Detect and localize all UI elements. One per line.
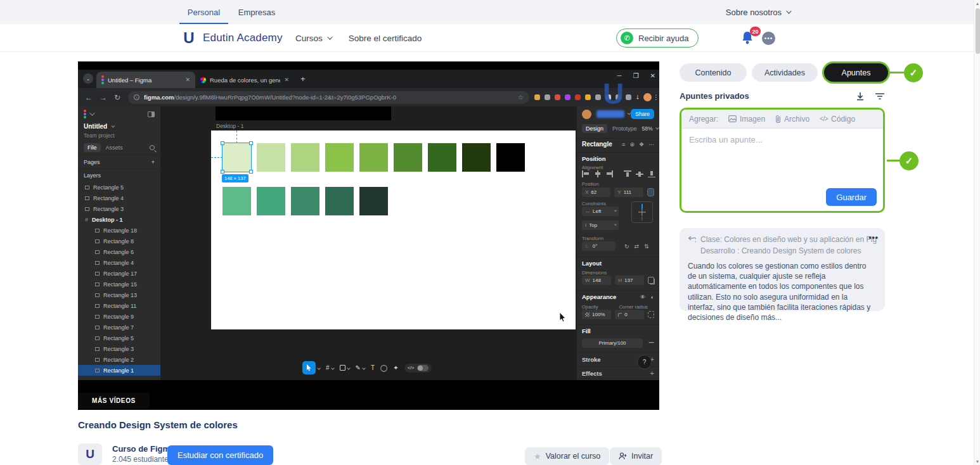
saved-note-card[interactable]: Clase: Colores en diseño web y su aplica… — [680, 228, 885, 311]
pen-tool[interactable]: ✎ — [356, 364, 365, 371]
valorar-curso-button[interactable]: ★Valorar el curso — [525, 447, 609, 465]
rotate-icon[interactable]: ↻ — [624, 243, 629, 250]
x-position-field[interactable]: X62 — [582, 188, 610, 197]
align-center-h-icon[interactable] — [594, 170, 600, 177]
color-swatch[interactable] — [291, 187, 319, 215]
dev-mode-toggle[interactable]: </> — [404, 364, 432, 373]
align-middle-icon[interactable] — [636, 170, 642, 177]
layer-row[interactable]: Rectangle 4 — [78, 193, 160, 203]
add-image-button[interactable]: Imagen — [728, 115, 765, 124]
flip-vertical-icon[interactable]: ⇅ — [644, 243, 649, 250]
vertical-constraint-select[interactable]: ITop — [582, 220, 619, 230]
shape-tool[interactable] — [340, 365, 350, 371]
close-window-button[interactable]: ✕ — [650, 72, 655, 79]
extension-icon[interactable] — [585, 94, 591, 100]
layer-row[interactable]: Rectangle 8 — [78, 236, 160, 246]
color-swatch[interactable] — [257, 187, 285, 215]
color-swatch[interactable] — [359, 187, 388, 215]
tab-design[interactable]: Design — [582, 124, 607, 133]
design-frame[interactable]: 148 × 137 — [211, 131, 576, 329]
layer-row[interactable]: Rectangle 3 — [78, 203, 160, 214]
color-swatch[interactable] — [291, 143, 319, 172]
recibir-ayuda-button[interactable]: ✆ Recibir ayuda — [616, 29, 699, 48]
add-code-button[interactable]: </> Código — [820, 115, 855, 124]
nav-certificado[interactable]: Sobre el certificado — [349, 34, 422, 43]
share-button[interactable]: Share — [631, 109, 654, 119]
extension-icon[interactable] — [605, 94, 611, 100]
extension-icon[interactable] — [534, 94, 540, 100]
layer-row[interactable]: Rectangle 15 — [78, 279, 160, 290]
scrollbar-thumb[interactable] — [976, 8, 980, 54]
text-tool[interactable]: T — [371, 364, 375, 371]
chevron-down-icon[interactable] — [89, 110, 94, 115]
extension-icon[interactable] — [555, 94, 560, 100]
course-name[interactable]: Curso de Figma — [112, 444, 174, 454]
color-swatch[interactable] — [462, 143, 491, 172]
layer-row[interactable]: Rectangle 7 — [78, 322, 160, 333]
invitar-button[interactable]: Invitar — [610, 447, 662, 465]
frame-tool[interactable]: # — [326, 364, 334, 371]
color-swatch[interactable] — [222, 143, 251, 172]
tab-empresas[interactable]: Empresas — [235, 0, 279, 24]
actions-tool[interactable]: ✦ — [393, 364, 398, 371]
browser-menu-icon[interactable]: ⋮ — [653, 94, 659, 101]
color-swatch[interactable] — [394, 143, 422, 172]
address-bar[interactable]: i figma.com/design/y.9flM8lHwuRrPqpg7O0m… — [128, 91, 529, 104]
scroll-up-icon[interactable]: ▲ — [974, 1, 980, 6]
link-dimensions-icon[interactable] — [648, 277, 654, 284]
absolute-position-icon[interactable] — [647, 188, 654, 196]
layer-row[interactable]: Rectangle 2 — [78, 354, 160, 365]
layer-row[interactable]: Rectangle 13 — [78, 290, 160, 300]
note-options-icon[interactable]: ••• — [868, 233, 879, 242]
flip-horizontal-icon[interactable]: ⇄ — [635, 243, 640, 250]
figma-logo-icon[interactable] — [84, 110, 86, 118]
tab-personal[interactable]: Personal — [179, 0, 228, 24]
horizontal-constraint-select[interactable]: ↔Left — [582, 207, 619, 216]
filter-notes-icon[interactable] — [875, 92, 885, 100]
layer-row[interactable]: Rectangle 1 — [78, 365, 160, 376]
color-swatch[interactable] — [325, 187, 354, 215]
add-page-icon[interactable]: + — [152, 159, 155, 165]
close-tab-icon[interactable]: ✕ — [185, 77, 190, 83]
move-tool[interactable] — [302, 361, 316, 374]
note-input[interactable] — [681, 129, 883, 187]
constraints-widget[interactable] — [631, 201, 653, 223]
align-left-icon[interactable] — [582, 170, 588, 177]
extension-icon[interactable] — [545, 94, 550, 100]
back-button[interactable]: ← — [85, 93, 93, 102]
file-name[interactable]: Untitled — [78, 122, 160, 131]
color-swatch[interactable] — [359, 143, 388, 172]
opacity-field[interactable]: 100% — [582, 310, 611, 319]
width-field[interactable]: W148 — [582, 276, 611, 285]
remove-fill-icon[interactable]: − — [648, 337, 654, 348]
frame-label[interactable]: Desktop - 1 — [216, 123, 243, 129]
extension-icon[interactable] — [575, 94, 581, 100]
layer-row[interactable]: Rectangle 9 — [78, 311, 160, 322]
forward-button[interactable]: → — [100, 93, 107, 102]
new-tab-button[interactable]: + — [300, 74, 306, 84]
layer-row[interactable]: Rectangle 3 — [78, 343, 160, 354]
color-swatch[interactable] — [325, 143, 354, 172]
tab-contenido[interactable]: Contenido — [680, 63, 747, 82]
tab-actividades[interactable]: Actividades — [752, 63, 818, 82]
reload-button[interactable]: ↻ — [114, 93, 120, 102]
site-info-icon[interactable]: i — [134, 94, 139, 100]
corner-radius-field[interactable]: 0 — [615, 310, 644, 319]
user-avatar[interactable] — [582, 110, 591, 119]
layer-row[interactable]: Rectangle 18 — [78, 225, 160, 236]
blend-mode-icon[interactable]: ◐ — [651, 294, 654, 300]
tab-file[interactable]: File — [84, 143, 101, 152]
pages-label[interactable]: Pages — [84, 159, 100, 165]
expand-icon[interactable] — [648, 311, 654, 318]
color-swatch[interactable] — [222, 187, 251, 215]
extension-icon[interactable] — [626, 94, 631, 100]
minimize-button[interactable]: ─ — [617, 72, 622, 79]
estudiar-con-certificado-button[interactable]: Estudiar con certificado — [167, 445, 273, 465]
zoom-control[interactable]: 58% — [642, 125, 658, 132]
add-effect-icon[interactable]: + — [650, 369, 654, 377]
sobre-nosotros-menu[interactable]: Sobre nosotros — [726, 0, 790, 24]
layer-row[interactable]: Rectangle 17 — [78, 268, 160, 279]
chevron-down-icon[interactable] — [317, 366, 321, 370]
fill-style-field[interactable]: Primary/100 — [582, 338, 643, 348]
search-icon[interactable] — [150, 145, 155, 150]
